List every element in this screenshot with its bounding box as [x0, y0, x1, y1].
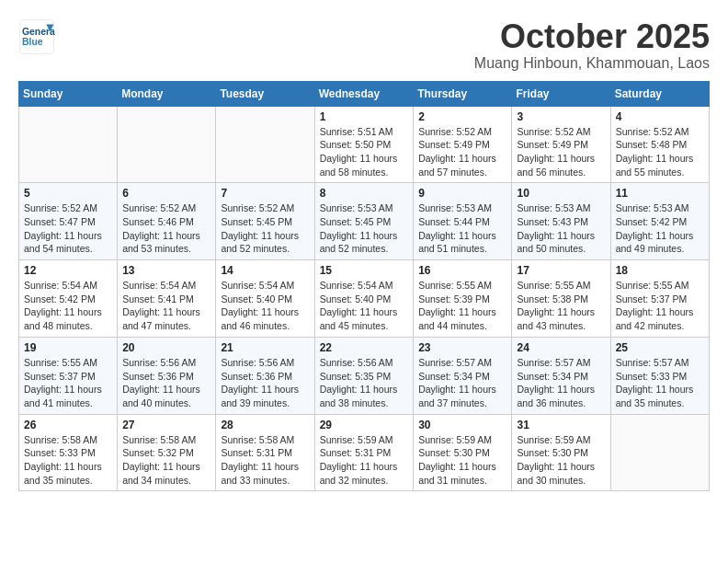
day-info: Sunrise: 5:54 AM Sunset: 5:40 PM Dayligh…	[221, 279, 309, 333]
weekday-header: Wednesday	[314, 81, 414, 106]
logo: General Blue	[18, 18, 55, 55]
svg-text:Blue: Blue	[22, 37, 43, 47]
day-info: Sunrise: 5:52 AM Sunset: 5:45 PM Dayligh…	[221, 201, 309, 256]
page-header: General Blue October 2025 Muang Hinboun,…	[18, 18, 710, 72]
day-info: Sunrise: 5:55 AM Sunset: 5:39 PM Dayligh…	[418, 279, 506, 333]
day-info: Sunrise: 5:53 AM Sunset: 5:45 PM Dayligh…	[320, 201, 409, 256]
day-info: Sunrise: 5:58 AM Sunset: 5:32 PM Dayligh…	[122, 433, 210, 488]
day-number: 8	[320, 187, 409, 200]
day-number: 19	[24, 341, 112, 354]
calendar-cell: 22Sunrise: 5:56 AM Sunset: 5:35 PM Dayli…	[314, 337, 414, 414]
title-section: October 2025 Muang Hinboun, Khammouan, L…	[474, 18, 710, 72]
day-number: 27	[122, 419, 210, 431]
day-info: Sunrise: 5:52 AM Sunset: 5:48 PM Dayligh…	[616, 125, 704, 179]
calendar-header-row: SundayMondayTuesdayWednesdayThursdayFrid…	[19, 81, 710, 106]
calendar-cell: 16Sunrise: 5:55 AM Sunset: 5:39 PM Dayli…	[414, 260, 512, 338]
day-info: Sunrise: 5:58 AM Sunset: 5:33 PM Dayligh…	[24, 433, 112, 488]
weekday-header: Monday	[118, 81, 216, 106]
calendar-cell: 29Sunrise: 5:59 AM Sunset: 5:31 PM Dayli…	[314, 414, 414, 491]
day-info: Sunrise: 5:54 AM Sunset: 5:41 PM Dayligh…	[122, 279, 210, 333]
weekday-header: Saturday	[610, 81, 709, 106]
day-info: Sunrise: 5:56 AM Sunset: 5:36 PM Dayligh…	[122, 356, 210, 410]
calendar-cell: 13Sunrise: 5:54 AM Sunset: 5:41 PM Dayli…	[118, 260, 216, 338]
day-info: Sunrise: 5:59 AM Sunset: 5:30 PM Dayligh…	[418, 433, 506, 488]
calendar-cell: 17Sunrise: 5:55 AM Sunset: 5:38 PM Dayli…	[512, 260, 610, 338]
day-info: Sunrise: 5:52 AM Sunset: 5:47 PM Dayligh…	[24, 201, 112, 256]
calendar-week-row: 5Sunrise: 5:52 AM Sunset: 5:47 PM Daylig…	[19, 183, 710, 260]
calendar-cell: 24Sunrise: 5:57 AM Sunset: 5:34 PM Dayli…	[512, 337, 610, 414]
calendar-cell: 18Sunrise: 5:55 AM Sunset: 5:37 PM Dayli…	[610, 260, 709, 338]
calendar-week-row: 1Sunrise: 5:51 AM Sunset: 5:50 PM Daylig…	[19, 106, 710, 183]
calendar-cell: 25Sunrise: 5:57 AM Sunset: 5:33 PM Dayli…	[610, 337, 709, 414]
calendar-cell: 9Sunrise: 5:53 AM Sunset: 5:44 PM Daylig…	[414, 183, 512, 260]
calendar-cell: 14Sunrise: 5:54 AM Sunset: 5:40 PM Dayli…	[216, 260, 314, 338]
day-number: 18	[616, 264, 704, 277]
day-info: Sunrise: 5:54 AM Sunset: 5:42 PM Dayligh…	[24, 279, 112, 333]
day-info: Sunrise: 5:57 AM Sunset: 5:33 PM Dayligh…	[616, 356, 704, 410]
calendar-cell: 28Sunrise: 5:58 AM Sunset: 5:31 PM Dayli…	[216, 414, 314, 491]
day-number: 2	[418, 110, 506, 123]
day-number: 23	[418, 341, 506, 354]
day-info: Sunrise: 5:52 AM Sunset: 5:49 PM Dayligh…	[418, 125, 506, 179]
day-number: 15	[320, 264, 409, 277]
day-info: Sunrise: 5:59 AM Sunset: 5:31 PM Dayligh…	[320, 433, 409, 488]
day-number: 26	[24, 419, 112, 431]
day-info: Sunrise: 5:53 AM Sunset: 5:43 PM Dayligh…	[517, 201, 605, 256]
day-info: Sunrise: 5:54 AM Sunset: 5:40 PM Dayligh…	[320, 279, 409, 333]
calendar-cell: 2Sunrise: 5:52 AM Sunset: 5:49 PM Daylig…	[414, 106, 512, 183]
day-info: Sunrise: 5:55 AM Sunset: 5:37 PM Dayligh…	[24, 356, 112, 410]
calendar-cell: 6Sunrise: 5:52 AM Sunset: 5:46 PM Daylig…	[118, 183, 216, 260]
day-info: Sunrise: 5:53 AM Sunset: 5:42 PM Dayligh…	[616, 201, 704, 256]
day-number: 7	[221, 187, 309, 200]
day-number: 30	[418, 419, 506, 431]
day-number: 21	[221, 341, 309, 354]
day-info: Sunrise: 5:57 AM Sunset: 5:34 PM Dayligh…	[418, 356, 506, 410]
calendar-cell: 23Sunrise: 5:57 AM Sunset: 5:34 PM Dayli…	[414, 337, 512, 414]
location-title: Muang Hinboun, Khammouan, Laos	[474, 55, 710, 72]
calendar-cell: 8Sunrise: 5:53 AM Sunset: 5:45 PM Daylig…	[314, 183, 414, 260]
calendar-cell: 26Sunrise: 5:58 AM Sunset: 5:33 PM Dayli…	[19, 414, 118, 491]
day-number: 29	[320, 419, 409, 431]
day-number: 10	[517, 187, 605, 200]
day-number: 9	[418, 187, 506, 200]
calendar-cell: 1Sunrise: 5:51 AM Sunset: 5:50 PM Daylig…	[314, 106, 414, 183]
calendar-cell	[118, 106, 216, 183]
day-info: Sunrise: 5:57 AM Sunset: 5:34 PM Dayligh…	[517, 356, 605, 410]
calendar-cell	[19, 106, 118, 183]
calendar-week-row: 26Sunrise: 5:58 AM Sunset: 5:33 PM Dayli…	[19, 414, 710, 491]
calendar-cell: 5Sunrise: 5:52 AM Sunset: 5:47 PM Daylig…	[19, 183, 118, 260]
day-number: 25	[616, 341, 704, 354]
calendar-cell: 7Sunrise: 5:52 AM Sunset: 5:45 PM Daylig…	[216, 183, 314, 260]
day-number: 17	[517, 264, 605, 277]
day-info: Sunrise: 5:55 AM Sunset: 5:37 PM Dayligh…	[616, 279, 704, 333]
calendar-week-row: 19Sunrise: 5:55 AM Sunset: 5:37 PM Dayli…	[19, 337, 710, 414]
day-number: 13	[122, 264, 210, 277]
day-number: 31	[517, 419, 605, 431]
day-number: 1	[320, 110, 409, 123]
day-info: Sunrise: 5:56 AM Sunset: 5:35 PM Dayligh…	[320, 356, 409, 410]
weekday-header: Friday	[512, 81, 610, 106]
calendar-table: SundayMondayTuesdayWednesdayThursdayFrid…	[18, 81, 710, 492]
calendar-cell: 20Sunrise: 5:56 AM Sunset: 5:36 PM Dayli…	[118, 337, 216, 414]
calendar-cell: 19Sunrise: 5:55 AM Sunset: 5:37 PM Dayli…	[19, 337, 118, 414]
calendar-cell: 12Sunrise: 5:54 AM Sunset: 5:42 PM Dayli…	[19, 260, 118, 338]
day-info: Sunrise: 5:51 AM Sunset: 5:50 PM Dayligh…	[320, 125, 409, 179]
calendar-cell: 31Sunrise: 5:59 AM Sunset: 5:30 PM Dayli…	[512, 414, 610, 491]
day-number: 4	[616, 110, 704, 123]
weekday-header: Tuesday	[216, 81, 314, 106]
weekday-header: Sunday	[19, 81, 118, 106]
day-number: 16	[418, 264, 506, 277]
day-info: Sunrise: 5:58 AM Sunset: 5:31 PM Dayligh…	[221, 433, 309, 488]
day-number: 12	[24, 264, 112, 277]
day-info: Sunrise: 5:52 AM Sunset: 5:46 PM Dayligh…	[122, 201, 210, 256]
day-info: Sunrise: 5:56 AM Sunset: 5:36 PM Dayligh…	[221, 356, 309, 410]
weekday-header: Thursday	[414, 81, 512, 106]
calendar-cell	[216, 106, 314, 183]
day-number: 3	[517, 110, 605, 123]
day-info: Sunrise: 5:53 AM Sunset: 5:44 PM Dayligh…	[418, 201, 506, 256]
calendar-cell: 4Sunrise: 5:52 AM Sunset: 5:48 PM Daylig…	[610, 106, 709, 183]
day-info: Sunrise: 5:52 AM Sunset: 5:49 PM Dayligh…	[517, 125, 605, 179]
calendar-cell	[610, 414, 709, 491]
day-info: Sunrise: 5:55 AM Sunset: 5:38 PM Dayligh…	[517, 279, 605, 333]
logo-icon: General Blue	[18, 18, 55, 55]
